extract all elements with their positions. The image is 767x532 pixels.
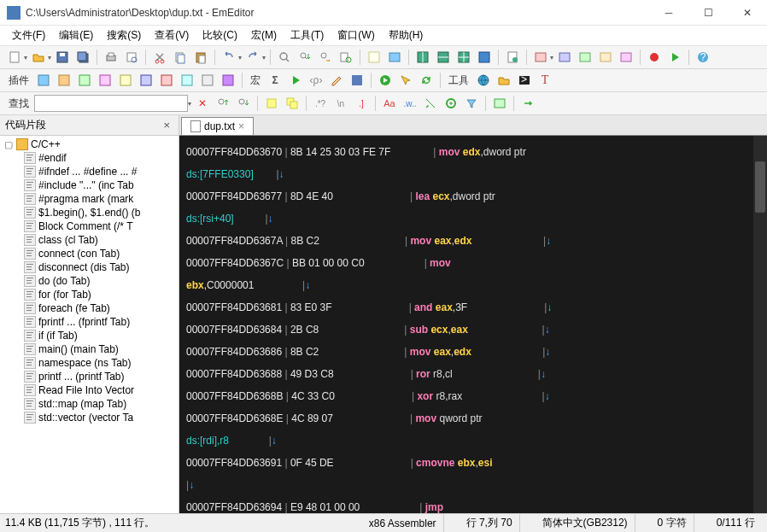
menu-view[interactable]: 查看(V)	[149, 26, 194, 44]
plugin-7[interactable]	[157, 71, 176, 90]
find-in-files-button[interactable]	[337, 48, 355, 67]
plugin-4[interactable]	[96, 71, 114, 90]
cut-button[interactable]	[150, 48, 169, 67]
plugin-9[interactable]	[198, 71, 217, 90]
plugin-5[interactable]	[116, 71, 135, 90]
snippet-item[interactable]: class (cl Tab)	[0, 233, 179, 247]
scrollbar-thumb[interactable]	[755, 161, 765, 213]
expand-icon[interactable]: ▢	[3, 139, 14, 150]
syntax1-button[interactable]	[531, 48, 550, 67]
menu-tools[interactable]: 工具(T)	[285, 26, 329, 44]
menu-file[interactable]: 文件(F)	[7, 26, 50, 44]
case-button[interactable]: Aa	[380, 94, 399, 113]
syntax3-button[interactable]	[576, 48, 594, 67]
properties-button[interactable]	[503, 48, 522, 67]
open-button[interactable]	[29, 48, 48, 67]
escape-button[interactable]: \n	[331, 94, 350, 113]
tree-root[interactable]: ▢ C/C++	[0, 137, 179, 151]
font-button[interactable]: T	[536, 71, 554, 90]
new-button[interactable]	[5, 48, 24, 67]
find-next-button[interactable]	[296, 48, 314, 67]
replace-button[interactable]	[316, 48, 335, 67]
macro-edit-button[interactable]	[327, 71, 346, 90]
mark-all-button[interactable]	[283, 94, 302, 113]
inc-button[interactable]	[421, 94, 440, 113]
filter-button[interactable]	[462, 94, 481, 113]
find-input[interactable]	[34, 95, 188, 112]
mark-button[interactable]	[262, 94, 281, 113]
snippet-item[interactable]: Block Comment (/* T	[0, 219, 179, 233]
menu-search[interactable]: 搜索(S)	[102, 26, 146, 44]
undo-button[interactable]	[220, 48, 238, 67]
menu-compare[interactable]: 比较(C)	[197, 26, 243, 44]
save-all-button[interactable]	[73, 48, 92, 67]
refresh-button[interactable]	[417, 71, 436, 90]
end-button[interactable]: .]	[352, 94, 371, 113]
play-button[interactable]	[665, 48, 684, 67]
menu-window[interactable]: 窗口(W)	[332, 26, 379, 44]
fullscreen-button[interactable]	[475, 48, 494, 67]
snippet-item[interactable]: disconnect (dis Tab)	[0, 260, 179, 274]
window-split-button[interactable]	[413, 48, 432, 67]
wordwrap-button[interactable]	[365, 48, 384, 67]
menu-edit[interactable]: 编辑(E)	[54, 26, 98, 44]
browser-button[interactable]	[474, 71, 493, 90]
plugin-2[interactable]	[55, 71, 73, 90]
plugin-3[interactable]	[75, 71, 94, 90]
snippet-item[interactable]: if (if Tab)	[0, 329, 179, 342]
find-prev-button[interactable]	[214, 94, 232, 113]
advanced-button[interactable]	[490, 94, 509, 113]
plugin-10[interactable]	[219, 71, 237, 90]
syntax2-button[interactable]	[555, 48, 574, 67]
status-encoding[interactable]: 简体中文(GB2312)	[536, 514, 635, 532]
snippet-item[interactable]: main() (main Tab)	[0, 342, 179, 356]
vertical-scrollbar[interactable]	[753, 136, 767, 513]
plugin-1[interactable]	[34, 71, 53, 90]
status-language[interactable]: x86 Assembler	[362, 514, 444, 532]
minimize-button[interactable]: ─	[649, 0, 688, 26]
window-hsplit-button[interactable]	[434, 48, 453, 67]
print-preview-button[interactable]	[122, 48, 141, 67]
snippet-item[interactable]: connect (con Tab)	[0, 247, 179, 260]
hilight-button[interactable]	[442, 94, 460, 113]
plugin-6[interactable]	[137, 71, 155, 90]
menu-macro[interactable]: 宏(M)	[246, 26, 282, 44]
macro-sum-button[interactable]: Σ	[266, 71, 284, 90]
snippet-item[interactable]: #ifndef ... #define ... #	[0, 165, 179, 178]
snippet-item[interactable]: $1.begin(), $1.end() (b	[0, 206, 179, 219]
snippet-item[interactable]: #endif	[0, 151, 179, 165]
snippet-item[interactable]: do (do Tab)	[0, 274, 179, 288]
macro-play-button[interactable]	[286, 71, 305, 90]
macro-param-button[interactable]: ‹ρ›	[307, 71, 325, 90]
redo-button[interactable]	[243, 48, 262, 67]
menu-help[interactable]: 帮助(H)	[384, 26, 429, 44]
snippet-item[interactable]: for (for Tab)	[0, 288, 179, 301]
arrow-button[interactable]	[396, 71, 415, 90]
macro-save-button[interactable]	[348, 71, 366, 90]
find-next-button2[interactable]	[234, 94, 253, 113]
paste-button[interactable]	[191, 48, 210, 67]
snippet-item[interactable]: std::vector (vector Ta	[0, 411, 179, 424]
snippet-item[interactable]: #pragma mark (mark	[0, 192, 179, 206]
copy-button[interactable]	[171, 48, 190, 67]
regex-button[interactable]: .*?	[311, 94, 330, 113]
close-button[interactable]: ✕	[728, 0, 767, 26]
word-button[interactable]: .w..	[401, 94, 419, 113]
find-button[interactable]	[275, 48, 294, 67]
snippets-tree[interactable]: ▢ C/C++ #endif#ifndef ... #define ... ##…	[0, 136, 179, 513]
plugin-8[interactable]	[178, 71, 196, 90]
snippet-item[interactable]: printf ... (printf Tab)	[0, 370, 179, 383]
bookmark-button[interactable]	[385, 48, 404, 67]
tab-dup-txt[interactable]: dup.txt ×	[181, 117, 254, 135]
go-button[interactable]	[376, 71, 395, 90]
snippet-item[interactable]: fprintf ... (fprintf Tab)	[0, 315, 179, 329]
tab-close-icon[interactable]: ×	[238, 120, 244, 132]
snippets-close-button[interactable]: ×	[160, 119, 173, 132]
cmd-button[interactable]: >_	[515, 71, 534, 90]
snippet-item[interactable]: #include "..." (inc Tab	[0, 178, 179, 192]
maximize-button[interactable]: ☐	[688, 0, 728, 26]
print-button[interactable]	[102, 48, 120, 67]
go-next-button[interactable]	[518, 94, 537, 113]
record-button[interactable]	[645, 48, 664, 67]
snippet-item[interactable]: namespace (ns Tab)	[0, 356, 179, 370]
